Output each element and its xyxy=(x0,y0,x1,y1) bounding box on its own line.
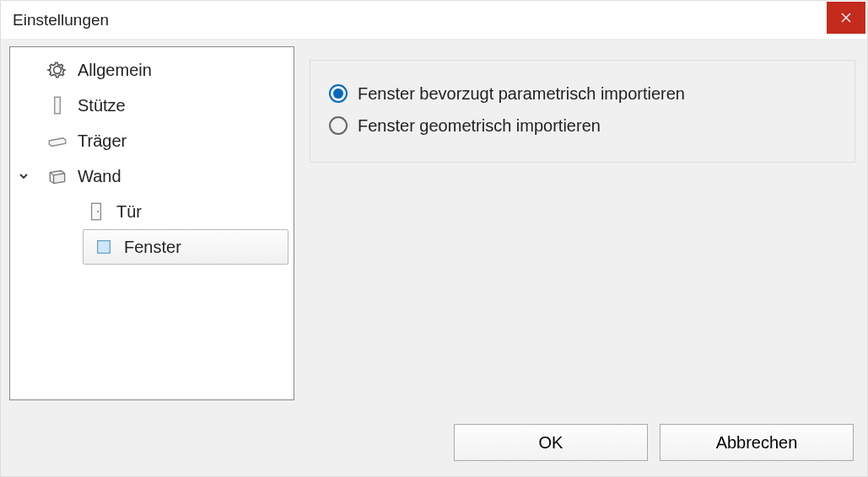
beam-icon xyxy=(44,127,71,154)
tree-item-stuetze[interactable]: Stütze xyxy=(10,88,294,123)
tree-label-tuer: Tür xyxy=(116,202,142,222)
tree-label-wand: Wand xyxy=(78,167,121,186)
ok-button[interactable]: OK xyxy=(454,424,648,461)
column-icon xyxy=(44,92,71,119)
radio-parametric[interactable]: Fenster bevorzugt parametrisch importier… xyxy=(329,78,836,110)
category-tree[interactable]: Allgemein Stütze Träger xyxy=(9,46,294,400)
tree-item-tuer[interactable]: Tür xyxy=(10,194,294,229)
ok-label: OK xyxy=(539,433,563,453)
wall-icon xyxy=(44,163,71,190)
dialog-title: Einstellungen xyxy=(1,11,827,29)
tree-item-fenster[interactable]: Fenster xyxy=(10,229,294,265)
gear-icon xyxy=(44,56,71,83)
dialog-content: Allgemein Stütze Träger xyxy=(1,40,867,412)
radio-icon-unchecked xyxy=(329,116,348,135)
tree-label-traeger: Träger xyxy=(78,131,127,151)
tree-label-stuetze: Stütze xyxy=(78,96,126,115)
settings-dialog: Einstellungen Allgemein Stütze xyxy=(0,0,868,477)
tree-item-wand[interactable]: Wand xyxy=(10,158,294,194)
close-icon xyxy=(841,13,851,23)
svg-rect-1 xyxy=(92,203,101,220)
expander-wand[interactable] xyxy=(13,170,34,182)
tree-item-allgemein[interactable]: Allgemein xyxy=(10,52,294,88)
tree-item-traeger[interactable]: Träger xyxy=(10,123,294,158)
svg-point-2 xyxy=(97,211,99,212)
button-bar: OK Abbrechen xyxy=(1,412,867,476)
options-panel: Fenster bevorzugt parametrisch importier… xyxy=(310,46,867,412)
window-icon xyxy=(90,233,117,260)
radio-icon-checked xyxy=(329,84,348,103)
cancel-label: Abbrechen xyxy=(716,433,798,453)
radio-geometric[interactable]: Fenster geometrisch importieren xyxy=(329,110,836,142)
tree-label-allgemein: Allgemein xyxy=(78,61,152,80)
radio-label-parametric: Fenster bevorzugt parametrisch importier… xyxy=(358,84,685,104)
import-options-group: Fenster bevorzugt parametrisch importier… xyxy=(310,60,855,163)
tree-label-fenster: Fenster xyxy=(124,238,181,257)
svg-rect-3 xyxy=(98,241,111,254)
door-icon xyxy=(83,198,110,225)
chevron-down-icon xyxy=(18,170,30,182)
titlebar: Einstellungen xyxy=(1,1,867,40)
radio-label-geometric: Fenster geometrisch importieren xyxy=(358,116,601,136)
cancel-button[interactable]: Abbrechen xyxy=(660,424,854,461)
close-button[interactable] xyxy=(827,2,865,34)
svg-rect-0 xyxy=(55,97,61,114)
